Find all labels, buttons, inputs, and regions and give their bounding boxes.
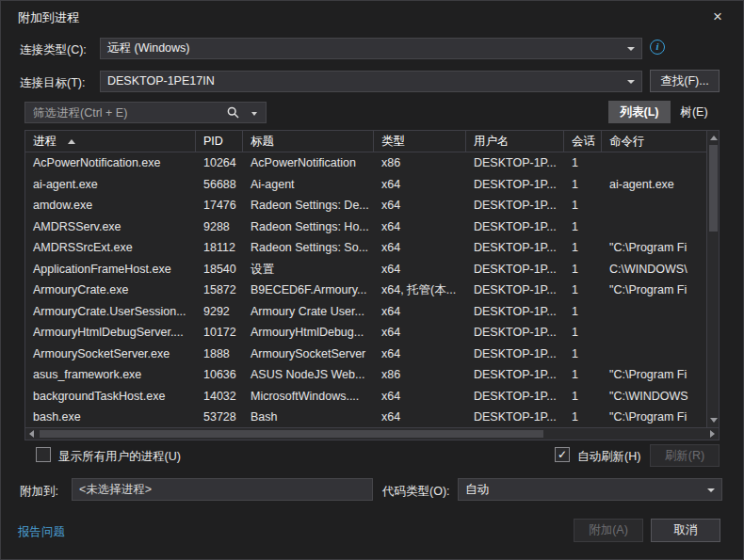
cell — [602, 322, 707, 344]
cancel-button[interactable]: 取消 — [651, 519, 720, 542]
horizontal-scrollbar-thumb[interactable] — [40, 430, 543, 438]
cell: ArmouryHtmlDebugServer.... — [25, 322, 196, 344]
cell: x64 — [374, 407, 466, 427]
code-type-dropdown[interactable]: 自动 — [458, 478, 722, 501]
refresh-button[interactable]: 刷新(R) — [650, 444, 720, 467]
horizontal-scrollbar[interactable] — [25, 427, 719, 440]
cell: Bash — [243, 407, 374, 427]
cell: Armoury Crate User... — [243, 301, 374, 323]
scroll-left-icon[interactable] — [29, 430, 34, 438]
connection-target-label: 连接目标(T): — [20, 75, 85, 91]
table-row[interactable]: ApplicationFrameHost.exe18540设置x64DESKTO… — [25, 259, 707, 280]
search-icon[interactable] — [227, 106, 239, 121]
connection-type-dropdown[interactable]: 远程 (Windows) — [100, 38, 642, 59]
cell: ai-agent.exe — [25, 174, 196, 196]
cell: x64 — [374, 301, 466, 323]
table-row[interactable]: backgroundTaskHost.exe14032MicrosoftWind… — [25, 386, 707, 408]
chevron-down-icon — [627, 47, 635, 51]
cell: ArmouryCrate.exe — [25, 280, 196, 301]
attach-to-field[interactable]: <未选择进程> — [72, 478, 373, 501]
column-header-username[interactable]: 用户名 — [466, 131, 564, 152]
cell: x64, 托管(本... — [374, 280, 466, 301]
table-row[interactable]: bash.exe53728Bashx64DESKTOP-1P...1"C:\Pr… — [25, 407, 707, 427]
cell: ai-agent.exe — [602, 174, 707, 196]
column-header-process[interactable]: 进程 — [25, 131, 196, 152]
cell: 1 — [564, 386, 602, 408]
cell — [602, 344, 707, 365]
cell: x64 — [374, 216, 466, 238]
connection-target-value: DESKTOP-1PE17IN — [107, 74, 215, 88]
cell: 18112 — [196, 237, 243, 259]
cell: DESKTOP-1P... — [466, 386, 564, 408]
table-row[interactable]: ArmouryHtmlDebugServer....10172ArmouryHt… — [25, 322, 707, 344]
cell: x64 — [374, 237, 466, 259]
column-header-session[interactable]: 会话 — [564, 131, 602, 152]
cell: DESKTOP-1P... — [466, 174, 564, 196]
table-row[interactable]: AcPowerNotification.exe10264AcPowerNotif… — [25, 152, 707, 174]
connection-target-combo[interactable]: DESKTOP-1PE17IN — [100, 71, 642, 92]
cell: 1 — [564, 216, 602, 238]
table-row[interactable]: AMDRSSrcExt.exe18112Radeon Settings: So.… — [25, 237, 707, 259]
chevron-down-icon[interactable] — [251, 112, 257, 116]
process-table: 进程 PID 标题 类型 用户名 会话 命令行 AcPowerNotificat… — [24, 130, 720, 440]
column-header-type[interactable]: 类型 — [374, 131, 466, 152]
cell: 15872 — [196, 280, 243, 301]
cell — [602, 301, 707, 323]
attach-button[interactable]: 附加(A) — [574, 519, 643, 542]
connection-type-value: 远程 (Windows) — [107, 41, 190, 55]
column-header-commandline[interactable]: 命令行 — [602, 131, 707, 152]
show-all-users-checkbox[interactable] — [36, 447, 51, 462]
table-row[interactable]: AMDRSServ.exe9288Radeon Settings: Ho...x… — [25, 216, 707, 238]
sort-asc-icon — [68, 139, 75, 144]
cell: x64 — [374, 386, 466, 408]
cell: 1 — [564, 407, 602, 427]
cell — [602, 216, 707, 238]
info-icon[interactable]: i — [650, 40, 665, 55]
find-button[interactable]: 查找(F)... — [650, 70, 720, 92]
table-row[interactable]: ArmouryCrate.UserSession...9292Armoury C… — [25, 301, 707, 323]
cell: x64 — [374, 195, 466, 216]
filter-process-input[interactable]: 筛选进程(Ctrl + E) — [24, 102, 267, 123]
cell — [602, 152, 707, 174]
code-type-value: 自动 — [465, 483, 489, 496]
close-icon[interactable]: × — [705, 6, 730, 28]
table-row[interactable]: ArmourySocketServer.exe1888ArmourySocket… — [25, 344, 707, 365]
cell: 14032 — [196, 386, 243, 408]
report-problem-link[interactable]: 报告问题 — [18, 524, 65, 540]
cell: Radeon Settings: Ho... — [243, 216, 374, 238]
cell: "C:\Program Fi — [602, 407, 707, 427]
cell: 1 — [564, 301, 602, 323]
cell: B9ECED6F.Armoury... — [243, 280, 374, 301]
cell: 1 — [564, 280, 602, 301]
table-row[interactable]: amdow.exe17476Radeon Settings: De...x64D… — [25, 195, 707, 216]
vertical-scrollbar-thumb[interactable] — [709, 145, 718, 232]
cell: 53728 — [196, 407, 243, 427]
column-header-pid[interactable]: PID — [196, 131, 243, 152]
scroll-down-icon[interactable] — [710, 418, 718, 423]
cell: ArmouryCrate.UserSession... — [25, 301, 196, 323]
cell: DESKTOP-1P... — [466, 364, 564, 386]
cell: ArmourySocketServer.exe — [25, 344, 196, 365]
view-tree-button[interactable]: 树(E) — [672, 101, 716, 123]
table-row[interactable]: ai-agent.exe56688Ai-agentx64DESKTOP-1P..… — [25, 174, 707, 196]
column-header-title[interactable]: 标题 — [243, 131, 374, 152]
view-list-button[interactable]: 列表(L) — [608, 101, 671, 123]
cell: AMDRSServ.exe — [25, 216, 196, 238]
cell: DESKTOP-1P... — [466, 152, 564, 174]
vertical-scrollbar[interactable] — [706, 131, 719, 427]
cell: ArmourySocketServer — [243, 344, 374, 365]
title-bar: 附加到进程 × — [1, 1, 743, 31]
cell: 1 — [564, 237, 602, 259]
attach-to-process-dialog: 附加到进程 × 连接类型(C): 远程 (Windows) i 连接目标(T):… — [0, 0, 744, 560]
cell: asus_framework.exe — [25, 364, 196, 386]
attach-to-label: 附加到: — [20, 484, 58, 500]
cell: AcPowerNotification.exe — [25, 152, 196, 174]
cell: backgroundTaskHost.exe — [25, 386, 196, 408]
cell: AMDRSSrcExt.exe — [25, 237, 196, 259]
table-row[interactable]: ArmouryCrate.exe15872B9ECED6F.Armoury...… — [25, 280, 707, 301]
cell: DESKTOP-1P... — [466, 195, 564, 216]
auto-refresh-checkbox[interactable]: ✓ — [555, 447, 570, 462]
scroll-right-icon[interactable] — [710, 430, 715, 438]
table-row[interactable]: asus_framework.exe10636ASUS NodeJS Web..… — [25, 364, 707, 386]
scroll-up-icon[interactable] — [710, 136, 718, 140]
